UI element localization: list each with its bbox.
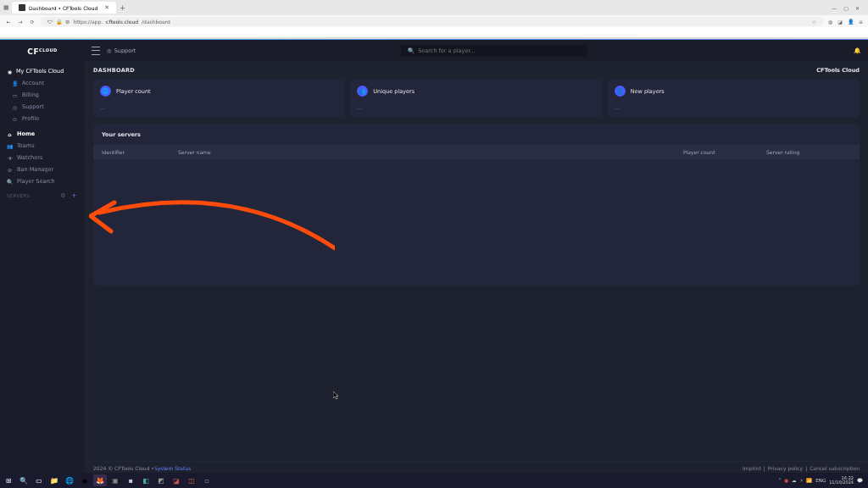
servers-grid-icon[interactable]: ⚙ <box>59 191 67 199</box>
forward-button[interactable]: → <box>17 19 24 25</box>
tray-notif-icon[interactable]: ● <box>784 478 788 483</box>
notifications-button[interactable]: 🔔 <box>853 47 861 55</box>
windows-taskbar: ⊞ 🔍 ▭ 📁 🌐 ◉ 🦊 ▣ ▪ ◧ ◩ ◪ ◫ ▫ ˄ ● ☁ ⚡ 📶 EN… <box>0 473 868 488</box>
address-bar: ← → ⟳ 🛡 🔒 ⚙ https://app.cftools.cloud/da… <box>0 15 868 27</box>
account-icon[interactable]: 👤 <box>848 19 854 25</box>
app-container: CFCLOUD ◉ My CFTools Cloud 👤 Account ▭ B… <box>0 40 868 474</box>
sidebar-item-account[interactable]: 👤 Account <box>0 77 85 89</box>
tray-net-icon[interactable]: 📶 <box>806 478 812 483</box>
system-status-link[interactable]: System Status <box>154 465 191 471</box>
workspace-icon: ◉ <box>7 69 13 75</box>
stat-cards: 🌐 Player count — 👥 Unique players — 👤 Ne… <box>85 79 868 118</box>
card-label: Player count <box>116 88 151 95</box>
app-4-icon[interactable]: ◫ <box>185 474 198 486</box>
card-label: Unique players <box>373 88 415 95</box>
new-tab-button[interactable]: + <box>120 4 125 12</box>
tray-action-center-icon[interactable]: 💬 <box>857 478 863 483</box>
logo-text: CFCLOUD <box>27 47 57 56</box>
workspace-header[interactable]: ◉ My CFTools Cloud <box>0 65 85 77</box>
app-3-icon[interactable]: ◪ <box>170 474 183 486</box>
task-view-icon[interactable]: ▭ <box>32 474 46 486</box>
shield-icon: 🛡 <box>47 19 53 25</box>
home-icon: ⌂ <box>7 131 13 137</box>
page-title: DASHBOARD <box>93 67 135 74</box>
sidebar-item-teams[interactable]: 👥 Teams <box>0 140 85 152</box>
explorer-icon[interactable]: 📁 <box>47 474 61 486</box>
tray-lang[interactable]: ENG <box>815 478 826 483</box>
card-icon: ▭ <box>12 92 18 98</box>
browser-tab[interactable]: Dashboard • CFTools Cloud ✕ <box>12 2 116 14</box>
add-server-button[interactable]: + <box>70 191 78 199</box>
sidebar-item-home[interactable]: ⌂ Home <box>0 128 85 140</box>
servers-panel-title: Your servers <box>93 125 860 145</box>
tab-close-icon[interactable]: ✕ <box>104 4 109 11</box>
ext-1-icon[interactable]: ◍ <box>828 19 832 25</box>
menu-icon[interactable]: ≡ <box>859 19 863 25</box>
tab-title: Dashboard • CFTools Cloud <box>29 5 97 11</box>
imprint-link[interactable]: Imprint <box>743 465 761 471</box>
cancel-sub-link[interactable]: Cancel subscription <box>810 465 860 471</box>
permissions-icon: ⚙ <box>65 19 70 25</box>
user-add-icon: 👤 <box>615 86 626 97</box>
page-brand: CFTools Cloud <box>816 67 860 74</box>
tray-cloud-icon[interactable]: ☁ <box>792 478 797 483</box>
sidebar-item-billing[interactable]: ▭ Billing <box>0 89 85 101</box>
system-tray: ˄ ● ☁ ⚡ 📶 ENG 16:22 11/10/2024 💬 <box>778 476 866 485</box>
copyright: 2024 © CFTools Cloud • <box>93 465 154 471</box>
extension-icons: ◍ ◪ 👤 ≡ <box>828 19 863 25</box>
menu-toggle-button[interactable] <box>92 47 100 55</box>
lifering-icon: ◎ <box>107 47 112 54</box>
search-icon: 🔍 <box>7 179 13 185</box>
card-player-count: 🌐 Player count — <box>93 79 345 118</box>
tab-bar: ▦ Dashboard • CFTools Cloud ✕ + — ▢ ✕ <box>0 0 868 15</box>
maximize-icon[interactable]: ▢ <box>843 5 849 11</box>
tab-favicon-icon <box>19 4 25 11</box>
bookmark-bar <box>0 27 868 38</box>
sidebar-item-player-search[interactable]: 🔍 Player Search <box>0 175 85 187</box>
search-input[interactable] <box>418 47 581 54</box>
chrome-icon[interactable]: ◉ <box>78 474 92 486</box>
col-identifier: Identifier <box>102 149 178 155</box>
taskbar-search-icon[interactable]: 🔍 <box>17 474 31 486</box>
topbar: ◎ Support 🔍 🔔 <box>85 40 868 62</box>
ext-2-icon[interactable]: ◪ <box>837 19 843 25</box>
workspace-label: My CFTools Cloud <box>16 68 64 75</box>
col-player-count: Player count <box>683 149 766 155</box>
url-domain: cftools.cloud <box>106 19 138 25</box>
close-icon[interactable]: ✕ <box>855 5 860 11</box>
search-box[interactable]: 🔍 <box>401 45 587 57</box>
sidebar-item-support[interactable]: ◎ Support <box>0 101 85 113</box>
globe-icon: 🌐 <box>100 86 111 97</box>
tray-sec-icon[interactable]: ⚡ <box>799 478 803 483</box>
vscode-icon[interactable]: ◧ <box>139 474 153 486</box>
edge-icon[interactable]: 🌐 <box>63 474 76 486</box>
eye-icon: 👁 <box>7 155 13 161</box>
support-link[interactable]: ◎ Support <box>107 47 136 54</box>
start-button[interactable]: ⊞ <box>2 474 15 486</box>
cursor-icon <box>333 391 340 400</box>
sidebar-item-profile[interactable]: ⊙ Profile <box>0 113 85 125</box>
card-new-players: 👤 New players — <box>608 79 860 118</box>
tab-list-icon[interactable]: ▦ <box>3 4 12 11</box>
back-button[interactable]: ← <box>5 19 12 25</box>
sidebar-item-ban-manager[interactable]: ⊘ Ban Manager <box>0 164 85 175</box>
url-input[interactable]: 🛡 🔒 ⚙ https://app.cftools.cloud/dashboar… <box>41 17 823 26</box>
sidebar-item-watchers[interactable]: 👁 Watchers <box>0 152 85 164</box>
logo[interactable]: CFCLOUD <box>0 40 85 64</box>
clock[interactable]: 16:22 11/10/2024 <box>829 476 854 485</box>
table-header: Identifier Server name Player count Serv… <box>93 145 860 159</box>
servers-label: SERVERS <box>7 193 30 198</box>
card-label: New players <box>631 88 665 95</box>
minimize-icon[interactable]: — <box>832 5 837 11</box>
bookmark-star-icon[interactable]: ☆ <box>812 19 816 25</box>
tray-chevron-icon[interactable]: ˄ <box>778 478 781 483</box>
app-1-icon[interactable]: ▣ <box>108 474 122 486</box>
privacy-link[interactable]: Privacy policy <box>768 465 803 471</box>
app-5-icon[interactable]: ▫ <box>200 474 214 486</box>
reload-button[interactable]: ⟳ <box>29 19 36 25</box>
firefox-icon[interactable]: 🦊 <box>93 474 107 486</box>
terminal-icon[interactable]: ▪ <box>124 474 137 486</box>
window-controls: — ▢ ✕ <box>832 5 865 11</box>
sidebar: CFCLOUD ◉ My CFTools Cloud 👤 Account ▭ B… <box>0 40 85 474</box>
app-2-icon[interactable]: ◩ <box>154 474 168 486</box>
